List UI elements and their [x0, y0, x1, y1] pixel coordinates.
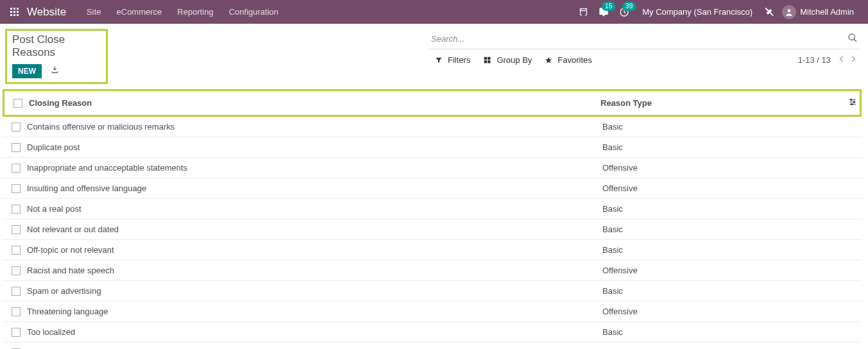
svg-rect-0 — [10, 8, 12, 10]
svg-rect-6 — [10, 14, 12, 16]
row-checkbox[interactable] — [12, 246, 21, 255]
cell-closing-reason: Off-topic or not relevant — [27, 245, 602, 255]
cell-closing-reason: Contains offensive or malicious remarks — [27, 122, 602, 132]
svg-rect-4 — [13, 11, 15, 13]
table-row[interactable]: Contains offensive or malicious remarksB… — [3, 117, 862, 137]
favorites-button[interactable]: Favorites — [545, 55, 591, 65]
filters-label: Filters — [448, 55, 470, 65]
topbar: Website Site eCommerce Reporting Configu… — [0, 0, 868, 24]
table-row[interactable]: Insulting and offensive languageOffensiv… — [3, 178, 862, 199]
cell-closing-reason: Not a real post — [27, 204, 602, 214]
filters-row: Filters Group By Favorites 1-13 / 13 — [429, 49, 868, 67]
nav-site[interactable]: Site — [79, 7, 108, 17]
table-row[interactable]: Off-topic or not relevantBasic — [3, 240, 862, 260]
table-row[interactable]: Spam or advertisingBasic — [3, 281, 862, 302]
search-input[interactable] — [430, 31, 842, 46]
row-checkbox[interactable] — [12, 143, 21, 152]
cell-reason-type: Offensive — [602, 307, 840, 316]
row-checkbox[interactable] — [12, 164, 21, 173]
svg-rect-5 — [17, 11, 19, 13]
control-bar: Post Close Reasons NEW Filters Group By — [0, 24, 868, 89]
nav-ecommerce[interactable]: eCommerce — [109, 7, 170, 17]
company-label[interactable]: My Company (San Francisco) — [642, 7, 753, 17]
favorites-label: Favorites — [557, 55, 591, 65]
prev-page-icon[interactable] — [837, 55, 846, 65]
row-checkbox[interactable] — [12, 307, 21, 316]
messages-badge: 15 — [602, 2, 615, 11]
table-row[interactable]: Duplicate postBasic — [3, 137, 862, 158]
table-header: Closing Reason Reason Type — [3, 89, 862, 117]
messages-icon[interactable]: 15 — [599, 7, 609, 17]
cell-closing-reason: Racist and hate speech — [27, 266, 602, 275]
cell-reason-type: Basic — [602, 225, 840, 234]
user-menu[interactable]: Mitchell Admin — [782, 5, 858, 19]
cell-reason-type: Offensive — [602, 183, 840, 193]
cell-reason-type: Basic — [602, 327, 840, 337]
tools-icon[interactable] — [764, 7, 774, 17]
avatar-icon — [782, 5, 796, 19]
svg-rect-7 — [13, 14, 15, 16]
brand-label[interactable]: Website — [27, 6, 66, 19]
phone-icon[interactable] — [579, 7, 588, 17]
column-reason-type[interactable]: Reason Type — [600, 98, 838, 108]
table-row[interactable]: Too localizedBasic — [3, 322, 862, 343]
row-checkbox[interactable] — [12, 225, 21, 234]
row-checkbox[interactable] — [12, 123, 21, 132]
table-row[interactable]: Not a real postBasic — [3, 199, 862, 219]
groupby-button[interactable]: Group By — [483, 55, 532, 65]
cell-reason-type: Basic — [602, 122, 840, 132]
table-options-icon[interactable] — [848, 99, 857, 108]
search-icon[interactable] — [847, 33, 858, 45]
filters-button[interactable]: Filters — [435, 55, 470, 65]
svg-point-11 — [849, 34, 855, 40]
column-closing-reason[interactable]: Closing Reason — [29, 98, 600, 108]
select-all-checkbox[interactable] — [13, 99, 22, 108]
apps-icon[interactable] — [9, 6, 21, 18]
row-checkbox[interactable] — [12, 287, 21, 296]
activities-icon[interactable]: 39 — [619, 7, 629, 17]
username-label: Mitchell Admin — [800, 7, 854, 17]
right-panel: Filters Group By Favorites 1-13 / 13 — [429, 29, 868, 67]
table-row[interactable]: Racist and hate speechOffensive — [3, 260, 862, 281]
download-icon[interactable] — [51, 66, 59, 76]
cell-closing-reason: Too localized — [27, 327, 602, 337]
cell-reason-type: Basic — [602, 286, 840, 296]
nav-configuration[interactable]: Configuration — [221, 7, 286, 17]
cell-closing-reason: Spam or advertising — [27, 286, 602, 296]
svg-point-12 — [851, 99, 852, 100]
row-checkbox[interactable] — [12, 205, 21, 214]
table-row[interactable]: Inappropriate and unacceptable statement… — [3, 158, 862, 178]
svg-point-13 — [853, 101, 855, 103]
svg-rect-2 — [17, 8, 19, 10]
cell-reason-type: Offensive — [602, 266, 840, 275]
cell-closing-reason: Threatening language — [27, 307, 602, 316]
table: Closing Reason Reason Type Contains offe… — [0, 89, 868, 349]
svg-point-10 — [788, 9, 791, 12]
cell-reason-type: Offensive — [602, 163, 840, 173]
cell-reason-type: Basic — [602, 204, 840, 214]
nav-reporting[interactable]: Reporting — [169, 7, 221, 17]
table-row[interactable]: Not relevant or out datedBasic — [3, 219, 862, 240]
cell-closing-reason: Inappropriate and unacceptable statement… — [27, 163, 602, 173]
row-checkbox[interactable] — [12, 266, 21, 275]
table-row[interactable]: Too subjective and argumentativeBasic — [3, 343, 862, 349]
left-panel-highlight: Post Close Reasons NEW — [5, 29, 108, 84]
search-row — [429, 29, 859, 49]
table-row[interactable]: Threatening languageOffensive — [3, 302, 862, 322]
cell-reason-type: Basic — [602, 245, 840, 255]
cell-closing-reason: Not relevant or out dated — [27, 225, 602, 234]
page-title: Post Close Reasons — [12, 33, 101, 59]
row-checkbox[interactable] — [12, 184, 21, 193]
row-checkbox[interactable] — [12, 328, 21, 337]
svg-rect-3 — [10, 11, 12, 13]
groupby-label: Group By — [497, 55, 532, 65]
new-button[interactable]: NEW — [12, 64, 42, 78]
svg-point-14 — [851, 103, 853, 105]
svg-rect-1 — [13, 8, 15, 10]
pager-label[interactable]: 1-13 / 13 — [798, 55, 831, 65]
cell-reason-type: Basic — [602, 142, 840, 152]
activities-badge: 39 — [622, 2, 636, 11]
cell-closing-reason: Duplicate post — [27, 142, 602, 152]
next-page-icon[interactable] — [849, 55, 858, 65]
svg-rect-8 — [17, 14, 19, 16]
